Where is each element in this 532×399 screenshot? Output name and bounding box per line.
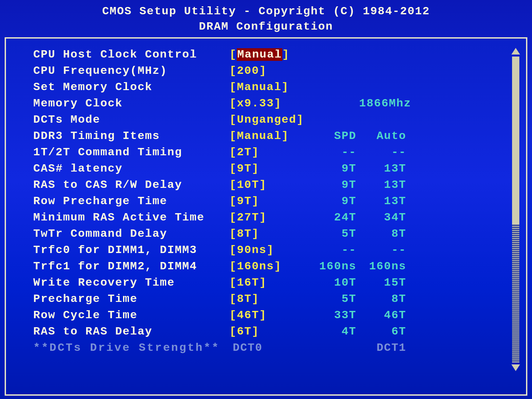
setting-spd: 9T (309, 162, 359, 175)
footer-dct1: DCT1 (359, 341, 409, 354)
setting-row[interactable]: DCTs Mode[Unganged] (33, 112, 524, 128)
setting-spd: -- (309, 244, 359, 256)
setting-label: CAS# latency (33, 162, 229, 175)
column-header-auto: Auto (359, 130, 409, 142)
setting-spd: 160ns (309, 260, 359, 273)
scrollbar[interactable] (511, 48, 520, 371)
setting-auto: -- (359, 146, 409, 159)
setting-value[interactable]: [8T] (229, 227, 309, 240)
setting-row[interactable]: RAS to CAS R/W Delay[10T]9T13T (33, 177, 524, 193)
setting-row[interactable]: Memory Clock[x9.33]1866Mhz (33, 95, 524, 112)
setting-value[interactable]: [10T] (229, 179, 309, 191)
column-header-spd: SPD (309, 130, 359, 142)
setting-value[interactable]: [90ns] (229, 244, 309, 256)
setting-value[interactable]: [27T] (229, 211, 309, 224)
setting-label: Trfc0 for DIMM1, DIMM3 (33, 244, 229, 256)
setting-row[interactable]: Trfc0 for DIMM1, DIMM3[90ns]---- (33, 242, 524, 258)
setting-value[interactable]: [Manual] (229, 81, 309, 93)
setting-row[interactable]: 1T/2T Command Timing[2T]---- (33, 144, 524, 161)
setting-spd: 33T (309, 309, 359, 322)
setting-row[interactable]: Trfc1 for DIMM2, DIMM4[160ns]160ns160ns (33, 258, 524, 275)
bios-screen: CMOS Setup Utility - Copyright (C) 1984-… (0, 0, 532, 399)
header-title: CMOS Setup Utility - Copyright (C) 1984-… (0, 4, 532, 19)
setting-auto: 13T (359, 179, 409, 191)
setting-row[interactable]: CPU Frequency(MHz)[200] (33, 63, 524, 79)
setting-label: Memory Clock (33, 97, 229, 110)
setting-row[interactable]: TwTr Command Delay[8T]5T8T (33, 226, 524, 242)
setting-auto: 6T (359, 325, 409, 338)
setting-auto: -- (359, 244, 409, 256)
setting-label: Precharge Time (33, 293, 229, 305)
setting-auto: 34T (359, 211, 409, 224)
setting-spd: 4T (309, 325, 359, 338)
setting-row[interactable]: DDR3 Timing Items[Manual]SPDAuto (33, 128, 524, 144)
setting-info: 1866Mhz (359, 97, 409, 110)
setting-label: Set Memory Clock (33, 81, 229, 93)
setting-spd: -- (309, 146, 359, 159)
setting-auto: 13T (359, 162, 409, 175)
setting-row[interactable]: CAS# latency[9T]9T13T (33, 161, 524, 177)
setting-label: RAS to CAS R/W Delay (33, 179, 229, 191)
setting-row[interactable]: Minimum RAS Active Time[27T]24T34T (33, 209, 524, 226)
footer-row: **DCTs Drive Strength** DCT0 DCT1 (33, 340, 524, 356)
setting-value[interactable]: [9T] (229, 162, 309, 175)
header-subtitle: DRAM Configuration (0, 19, 532, 35)
setting-value[interactable]: [Manual] (229, 130, 309, 142)
setting-value[interactable]: [9T] (229, 195, 309, 207)
footer-dct0: DCT0 (229, 341, 309, 354)
setting-label: Row Cycle Time (33, 309, 229, 322)
setting-row[interactable]: Set Memory Clock[Manual] (33, 79, 524, 95)
setting-row[interactable]: Precharge Time[8T]5T8T (33, 291, 524, 307)
setting-spd: 9T (309, 195, 359, 207)
setting-auto: 15T (359, 276, 409, 289)
settings-list: CPU Host Clock Control[Manual]CPU Freque… (33, 47, 524, 340)
setting-row[interactable]: Write Recovery Time[16T]10T15T (33, 275, 524, 291)
setting-row[interactable]: Row Cycle Time[46T]33T46T (33, 307, 524, 324)
setting-label: Write Recovery Time (33, 276, 229, 289)
setting-label: CPU Host Clock Control (33, 48, 229, 61)
setting-label: Row Precharge Time (33, 195, 229, 207)
setting-auto: 8T (359, 293, 409, 305)
setting-label: CPU Frequency(MHz) (33, 65, 229, 77)
setting-label: 1T/2T Command Timing (33, 146, 229, 159)
setting-label: Minimum RAS Active Time (33, 211, 229, 224)
setting-label: Trfc1 for DIMM2, DIMM4 (33, 260, 229, 273)
setting-value[interactable]: [8T] (229, 293, 309, 305)
panel: CPU Host Clock Control[Manual]CPU Freque… (5, 37, 527, 396)
setting-spd: 9T (309, 179, 359, 191)
scroll-thumb[interactable] (512, 225, 519, 362)
setting-value[interactable]: [Unganged] (229, 113, 309, 126)
setting-auto: 160ns (359, 260, 409, 273)
setting-value[interactable]: [200] (229, 65, 309, 77)
setting-label: RAS to RAS Delay (33, 325, 229, 338)
setting-row[interactable]: CPU Host Clock Control[Manual] (33, 47, 524, 63)
scroll-track[interactable] (512, 57, 519, 362)
setting-label: DDR3 Timing Items (33, 130, 229, 142)
setting-spd: 5T (309, 293, 359, 305)
setting-value[interactable]: [2T] (229, 146, 309, 159)
setting-auto: 13T (359, 195, 409, 207)
header: CMOS Setup Utility - Copyright (C) 1984-… (0, 0, 532, 37)
setting-value[interactable]: [6T] (229, 325, 309, 338)
scroll-down-icon[interactable] (511, 364, 520, 371)
setting-auto: 46T (359, 309, 409, 322)
setting-row[interactable]: RAS to RAS Delay[6T]4T6T (33, 324, 524, 340)
setting-value[interactable]: [16T] (229, 276, 309, 289)
setting-row[interactable]: Row Precharge Time[9T]9T13T (33, 193, 524, 209)
setting-label: DCTs Mode (33, 113, 229, 126)
setting-value[interactable]: [Manual] (229, 48, 309, 61)
scroll-up-icon[interactable] (511, 48, 520, 55)
footer-label: **DCTs Drive Strength** (33, 341, 229, 354)
setting-auto: 8T (359, 227, 409, 240)
setting-spd: 5T (309, 227, 359, 240)
setting-value[interactable]: [46T] (229, 309, 309, 322)
setting-value[interactable]: [x9.33] (229, 97, 309, 110)
setting-value[interactable]: [160ns] (229, 260, 309, 273)
setting-spd: 10T (309, 276, 359, 289)
setting-label: TwTr Command Delay (33, 227, 229, 240)
panel-inner: CPU Host Clock Control[Manual]CPU Freque… (8, 41, 524, 392)
setting-spd: 24T (309, 211, 359, 224)
